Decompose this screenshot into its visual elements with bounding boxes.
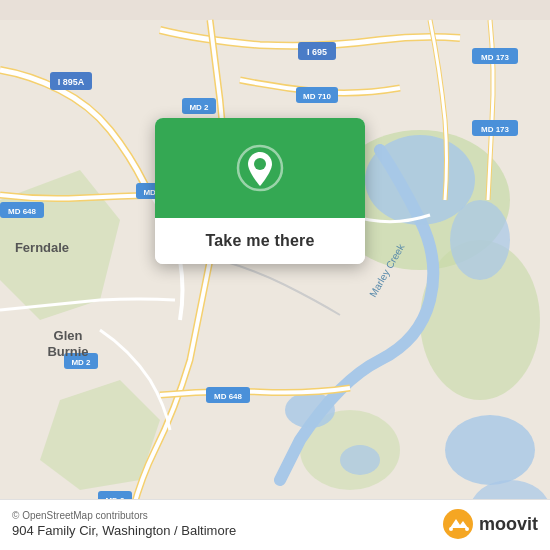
svg-point-8 — [285, 392, 335, 428]
svg-text:MD 2: MD 2 — [71, 358, 91, 367]
svg-point-9 — [340, 445, 380, 475]
moovit-brand-icon — [442, 508, 474, 540]
osm-attribution: © OpenStreetMap contributors — [12, 510, 236, 521]
svg-text:MD 648: MD 648 — [214, 392, 243, 401]
svg-point-43 — [465, 527, 469, 531]
address-label: 904 Family Cir, Washington / Baltimore — [12, 523, 236, 538]
svg-text:I 895A: I 895A — [58, 77, 85, 87]
svg-text:MD 173: MD 173 — [481, 125, 510, 134]
svg-text:MD 2: MD 2 — [189, 103, 209, 112]
svg-point-42 — [449, 527, 453, 531]
svg-text:Glen: Glen — [54, 328, 83, 343]
bottom-left: © OpenStreetMap contributors 904 Family … — [12, 510, 236, 538]
map-background: I 695 I 895A MD 2 MD 710 MD 173 MD 173 M… — [0, 0, 550, 550]
svg-point-7 — [450, 200, 510, 280]
take-me-there-button[interactable]: Take me there — [155, 218, 365, 264]
moovit-logo: moovit — [442, 508, 538, 540]
moovit-brand-text: moovit — [479, 514, 538, 535]
svg-text:MD 648: MD 648 — [8, 207, 37, 216]
svg-text:MD 710: MD 710 — [303, 92, 332, 101]
map-container: I 695 I 895A MD 2 MD 710 MD 173 MD 173 M… — [0, 0, 550, 550]
svg-text:Ferndale: Ferndale — [15, 240, 69, 255]
svg-point-40 — [254, 158, 266, 170]
svg-text:Burnie: Burnie — [47, 344, 88, 359]
location-pin-icon — [236, 144, 284, 192]
svg-text:MD 173: MD 173 — [481, 53, 510, 62]
svg-point-10 — [445, 415, 535, 485]
svg-point-6 — [365, 135, 475, 225]
svg-text:I 695: I 695 — [307, 47, 327, 57]
popup-header — [155, 118, 365, 218]
bottom-bar: © OpenStreetMap contributors 904 Family … — [0, 499, 550, 550]
popup-card: Take me there — [155, 118, 365, 264]
